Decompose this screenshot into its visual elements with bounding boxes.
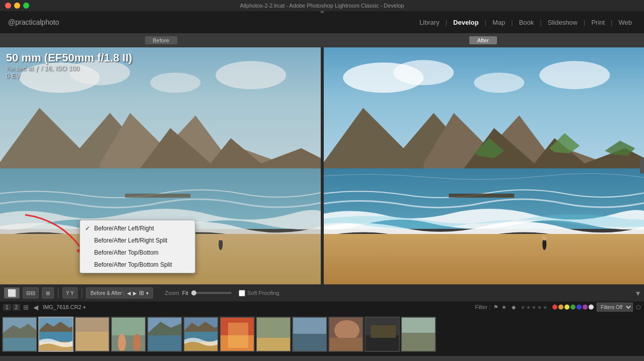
soft-proof-label: Soft Proofing	[247, 290, 279, 296]
before-label-btn[interactable]: Before	[145, 36, 177, 44]
svg-point-18	[474, 73, 524, 93]
film-thumb-6[interactable]	[183, 317, 219, 352]
nav-sep-1: |	[446, 19, 447, 26]
svg-rect-73	[402, 333, 436, 352]
ba-mode-arrow-right: ▶	[133, 290, 137, 296]
minimize-button[interactable]	[14, 3, 20, 9]
ba-option-lr-split[interactable]: Before/After Left/Right Split	[80, 234, 195, 247]
zoom-slider[interactable]	[191, 292, 232, 294]
title-arrow	[320, 11, 325, 14]
film-thumb-7[interactable]	[220, 317, 255, 352]
survey-view-btn[interactable]: ⊞	[42, 287, 54, 298]
svg-rect-27	[324, 234, 645, 284]
filename-dropdown-arrow[interactable]: ▾	[83, 305, 86, 310]
svg-rect-61	[257, 338, 291, 352]
after-label-btn[interactable]: After	[469, 36, 497, 44]
svg-rect-58	[228, 323, 248, 348]
nav-develop[interactable]: Develop	[449, 17, 483, 28]
svg-rect-64	[293, 334, 327, 352]
right-panel-toggle[interactable]	[640, 158, 644, 173]
nav-map[interactable]: Map	[488, 17, 509, 28]
film-thumb-12[interactable]	[401, 317, 436, 352]
star-4[interactable]: ★	[537, 305, 542, 310]
color-yellow[interactable]	[564, 305, 569, 310]
nav-web[interactable]: Web	[615, 17, 636, 28]
single-view-btn[interactable]: ⬜	[4, 287, 20, 298]
film-thumb-10[interactable]	[328, 317, 364, 352]
filmstrip-expand-icon[interactable]: ⬡	[636, 304, 641, 311]
soft-proof-checkbox[interactable]	[239, 290, 245, 296]
after-photo	[324, 47, 645, 284]
ba-labels-row: Before After	[0, 33, 644, 47]
film-page-1[interactable]: 1	[3, 304, 11, 311]
svg-rect-50	[148, 335, 182, 352]
filter-flag-icon[interactable]: ⚑	[493, 304, 498, 311]
film-page-2[interactable]: 2	[13, 304, 21, 311]
svg-rect-72	[402, 318, 436, 333]
film-thumb-1[interactable]	[2, 317, 37, 352]
ba-mode-arrow-left: ◀	[127, 290, 131, 296]
filter-color-icon[interactable]: ◆	[512, 304, 516, 311]
color-red[interactable]	[552, 305, 557, 310]
svg-point-30	[542, 235, 547, 240]
before-label-area: Before	[0, 36, 322, 44]
star-3[interactable]: ★	[532, 305, 536, 310]
color-orange[interactable]	[558, 305, 563, 310]
color-filter-dots	[552, 305, 594, 310]
svg-rect-60	[257, 318, 291, 338]
film-thumb-11[interactable]	[365, 317, 400, 352]
svg-rect-70	[371, 325, 396, 338]
nav-sep-6: |	[611, 19, 612, 26]
zoom-fit[interactable]: Fit	[182, 290, 188, 296]
svg-rect-34	[3, 338, 37, 352]
film-thumb-4[interactable]	[111, 317, 146, 352]
star-1[interactable]: ★	[521, 305, 525, 310]
nav-library[interactable]: Library	[415, 17, 444, 28]
filters-off-select[interactable]: Filters Off	[597, 303, 633, 312]
filter-star-icon[interactable]: ★	[502, 304, 507, 311]
toolbar-expand-btn[interactable]: ▾	[636, 288, 640, 298]
film-thumb-5[interactable]	[147, 317, 182, 352]
filmstrip	[0, 313, 644, 356]
nav-sep-4: |	[540, 19, 541, 26]
color-green[interactable]	[570, 305, 576, 310]
ba-mode-label: Before & After :	[91, 290, 125, 296]
ba-swap-btn[interactable]: Y Y	[62, 287, 78, 298]
ba-option-lr[interactable]: Before/After Left/Right	[80, 222, 195, 234]
film-back-btn[interactable]: ◀	[32, 304, 40, 311]
filmstrip-filename: IMG_7618.CR2 ▾	[43, 304, 86, 310]
film-thumb-3[interactable]	[75, 317, 110, 352]
filmstrip-header: 1 2 ⊞ ◀ IMG_7618.CR2 ▾ Filter : ⚑ ★ ◆ ★ …	[0, 302, 644, 313]
nav-print[interactable]: Print	[587, 17, 609, 28]
film-thumb-2[interactable]	[38, 317, 74, 352]
top-nav: @practicalphoto Library | Develop | Map …	[0, 11, 644, 33]
photo-info: 50 mm (EF50mm f/1.8 II) ¹⁄₈₀ sec at ƒ / …	[6, 51, 132, 80]
close-button[interactable]	[5, 3, 11, 9]
title-bar: Allphotos-2-2.lrcat - Adobe Photoshop Li…	[0, 0, 644, 11]
star-5[interactable]: ★	[543, 305, 547, 310]
maximize-button[interactable]	[23, 3, 29, 9]
color-white[interactable]	[589, 305, 594, 310]
red-arrow	[20, 210, 86, 257]
svg-point-17	[393, 60, 454, 85]
svg-rect-67	[329, 338, 364, 352]
filter-label: Filter :	[475, 304, 490, 310]
window-controls	[5, 3, 29, 9]
film-grid-btn[interactable]: ⊞	[22, 304, 30, 311]
nav-links: Library | Develop | Map | Book | Slidesh…	[415, 17, 636, 28]
nav-slideshow[interactable]: Slideshow	[544, 17, 582, 28]
color-blue[interactable]	[577, 305, 582, 310]
ba-option-tb-split[interactable]: Before/After Top/Bottom Split	[80, 259, 195, 271]
star-2[interactable]: ★	[526, 305, 531, 310]
color-purple[interactable]	[583, 305, 588, 310]
nav-book[interactable]: Book	[515, 17, 538, 28]
zoom-slider-thumb[interactable]	[191, 290, 196, 295]
ba-mode-btn[interactable]: Before & After : ◀ ▶ ⊞ ▾	[86, 287, 153, 298]
compare-view-btn[interactable]: ⊟⊟	[23, 287, 39, 298]
film-thumb-8[interactable]	[256, 317, 291, 352]
toolbar-sep-2	[82, 288, 82, 298]
ba-dropdown-arrow[interactable]: ▾	[146, 290, 149, 296]
film-thumb-9[interactable]	[292, 317, 327, 352]
after-panel	[324, 47, 645, 284]
ba-option-tb[interactable]: Before/After Top/Bottom	[80, 247, 195, 259]
